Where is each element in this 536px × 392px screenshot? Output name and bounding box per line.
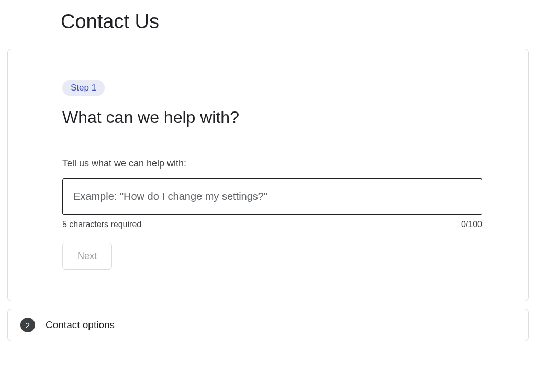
step1-badge: Step 1: [62, 80, 105, 96]
step2-number-circle: 2: [20, 318, 35, 332]
char-count: 0/100: [461, 220, 482, 229]
help-input-label: Tell us what we can help with:: [62, 158, 482, 169]
next-button[interactable]: Next: [62, 243, 112, 270]
min-chars-text: 5 characters required: [62, 220, 141, 229]
step2-label: Contact options: [46, 319, 115, 331]
page-title: Contact Us: [0, 0, 536, 49]
step1-heading: What can we help with?: [62, 108, 482, 137]
step2-card[interactable]: 2 Contact options: [7, 309, 529, 341]
input-meta: 5 characters required 0/100: [62, 220, 482, 229]
help-input[interactable]: [62, 178, 482, 215]
step1-card: Step 1 What can we help with? Tell us wh…: [7, 49, 529, 301]
